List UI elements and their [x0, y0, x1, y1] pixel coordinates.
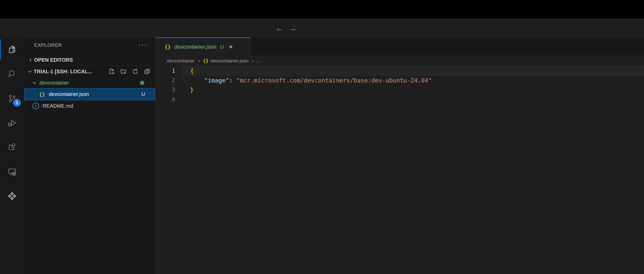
new-folder-icon[interactable] — [120, 68, 127, 75]
breadcrumb-symbol[interactable]: ... — [257, 58, 261, 64]
sidebar-header: EXPLORER ··· — [24, 37, 155, 53]
navigate-back-button[interactable]: ← — [274, 23, 285, 34]
remote-explorer-icon[interactable] — [0, 159, 24, 184]
code-token: } — [190, 87, 194, 93]
line-number[interactable]: 1 — [155, 68, 182, 74]
line-number[interactable]: 3 — [155, 87, 182, 93]
refresh-icon[interactable] — [132, 68, 139, 75]
explorer-icon[interactable] — [0, 37, 24, 62]
line-number[interactable]: 4 — [155, 96, 182, 103]
info-file-icon: i — [32, 103, 39, 109]
close-icon[interactable]: × — [229, 43, 233, 50]
source-control-icon[interactable]: 1 — [0, 86, 24, 111]
tree-item-devcontainer-json[interactable]: {} devcontainer.json U — [24, 88, 155, 100]
editor-area: {} devcontainer.json U × .devcontainer ›… — [155, 37, 644, 274]
json-file-icon: {} — [203, 58, 209, 63]
file-name: devcontainer.json — [49, 91, 89, 97]
code-editor[interactable]: 1 { 2 "image" : "mcr.microsoft.com/devco… — [155, 66, 644, 104]
code-token: : — [229, 77, 236, 84]
line-number[interactable]: 2 — [155, 77, 182, 84]
workspace-label: TRIAL-1 [SSH: LOCAL... — [34, 69, 92, 75]
breadcrumb-separator: › — [252, 58, 253, 64]
open-editors-section[interactable]: OPEN EDITORS — [24, 54, 155, 66]
search-sidebar-icon[interactable] — [0, 62, 24, 86]
git-changes-dot — [140, 81, 144, 85]
workspace-section-header[interactable]: TRIAL-1 [SSH: LOCAL... — [24, 66, 155, 77]
vscode-window: ← → Trial-1 [SSH: localhost:32772] — [0, 0, 644, 274]
navigate-forward-button[interactable]: → — [287, 23, 298, 34]
collapse-all-icon[interactable] — [144, 68, 150, 75]
diamond-grid-icon[interactable] — [0, 184, 24, 208]
code-token: "mcr.microsoft.com/devcontainers/base:de… — [236, 77, 432, 84]
tab-label: devcontainer.json — [174, 44, 216, 50]
tab-devcontainer-json[interactable]: {} devcontainer.json U × — [155, 37, 250, 56]
code-line-content: } — [182, 85, 644, 95]
file-name: README.md — [43, 103, 73, 109]
tab-bar: {} devcontainer.json U × — [155, 37, 644, 56]
code-line-3: 3 } — [155, 85, 644, 95]
tree-item-devcontainer-folder[interactable]: .devcontainer — [24, 77, 155, 88]
git-untracked-badge: U — [141, 91, 145, 97]
chevron-down-icon — [31, 79, 38, 87]
json-file-icon: {} — [165, 44, 171, 50]
folder-name: .devcontainer — [38, 80, 69, 86]
code-token: { — [190, 68, 194, 74]
indent-guide — [183, 76, 183, 85]
code-line-content — [182, 95, 644, 104]
breadcrumb-separator: › — [198, 58, 200, 64]
tab-git-badge: U — [220, 44, 224, 50]
run-debug-icon[interactable] — [0, 111, 24, 135]
workspace-actions — [108, 68, 150, 75]
breadcrumb-file[interactable]: devcontainer.json — [211, 58, 249, 64]
chevron-down-icon — [26, 68, 34, 75]
code-token: "image" — [204, 77, 229, 84]
json-file-icon: {} — [39, 91, 45, 97]
breadcrumb: .devcontainer › {} devcontainer.json › .… — [155, 56, 644, 66]
tree-indent-guide — [35, 88, 35, 100]
explorer-sidebar: EXPLORER ··· OPEN EDITORS TRIAL-1 [SSH: … — [24, 37, 155, 274]
more-actions-button[interactable]: ··· — [138, 41, 147, 49]
new-file-icon[interactable] — [108, 68, 115, 75]
code-line-1: 1 { — [155, 66, 644, 76]
code-token — [190, 77, 204, 84]
title-bar: ← → Trial-1 [SSH: localhost:32772] — [0, 19, 644, 37]
code-line-4: 4 — [155, 95, 644, 104]
open-editors-label: OPEN EDITORS — [34, 57, 73, 63]
window-top-strip — [0, 0, 644, 19]
sidebar-title: EXPLORER — [34, 42, 62, 48]
source-control-badge: 1 — [13, 99, 21, 107]
code-line-content: "image" : "mcr.microsoft.com/devcontaine… — [182, 76, 644, 85]
activity-bar: 1 — [0, 37, 24, 274]
breadcrumb-folder[interactable]: .devcontainer — [166, 58, 195, 64]
code-line-2: 2 "image" : "mcr.microsoft.com/devcontai… — [155, 76, 644, 85]
tree-item-readme-md[interactable]: i README.md — [24, 100, 155, 112]
extensions-icon[interactable] — [0, 135, 24, 159]
code-line-content: { — [182, 66, 644, 76]
chevron-right-icon — [26, 56, 34, 64]
